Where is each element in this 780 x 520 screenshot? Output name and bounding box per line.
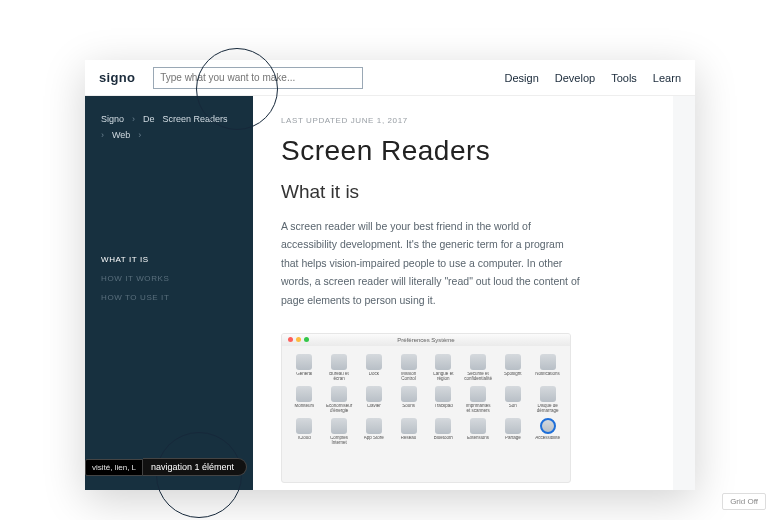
pref-pane-label: Réseau [401,436,417,441]
top-bar: signo Design Develop Tools Learn [85,60,695,96]
pref-pane-item[interactable]: Sécurité et confidentialité [464,354,493,382]
pref-pane-icon [435,354,451,370]
window-title: Préférences Système [282,337,570,343]
pref-pane-item[interactable]: Disque de démarrage [533,386,562,414]
pref-pane-icon [366,354,382,370]
breadcrumb: Signo › De Screen Readers › Web › [101,114,237,140]
pref-pane-label: Économiseur d'énergie [325,404,353,414]
pref-pane-item[interactable]: Langue et région [429,354,458,382]
nav-tools[interactable]: Tools [611,72,637,84]
section-heading: What it is [281,181,645,203]
pref-pane-icon [435,418,451,434]
pref-pane-item[interactable]: Spotlight [499,354,528,382]
pref-pane-icon [435,386,451,402]
pref-pane-item[interactable]: Réseau [394,418,423,446]
crumb-web[interactable]: Web [112,130,130,140]
pref-pane-item[interactable]: Imprimantes et scanners [464,386,493,414]
embedded-screenshot: Préférences Système GénéralBureau et écr… [281,333,571,483]
chevron-right-icon: › [138,130,141,140]
pref-pane-icon [470,354,486,370]
sr-caption-announcement: navigation 1 élément [143,458,247,476]
crumb-signo[interactable]: Signo [101,114,124,124]
pref-pane-label: Partage [505,436,521,441]
logo[interactable]: signo [99,70,135,85]
pref-pane-item[interactable]: Son [499,386,528,414]
intro-paragraph: A screen reader will be your best friend… [281,217,581,309]
pref-pane-label: Spotlight [504,372,522,377]
sr-caption-context: visité, lien, L [85,459,143,476]
pref-pane-item[interactable]: Trackpad [429,386,458,414]
pref-pane-label: Général [296,372,312,377]
pref-pane-label: Souris [402,404,415,409]
pref-pane-icon [296,386,312,402]
pref-pane-item[interactable]: Partage [499,418,528,446]
pref-pane-label: Notifications [535,372,560,377]
pref-pane-icon [470,418,486,434]
pref-pane-item[interactable]: Économiseur d'énergie [325,386,354,414]
pref-pane-icon [366,418,382,434]
chevron-right-icon: › [132,114,135,124]
crumb-screen-readers[interactable]: Screen Readers [163,114,228,124]
pref-pane-label: Extensions [467,436,489,441]
window-titlebar: Préférences Système [282,334,570,346]
pref-pane-label: Disque de démarrage [534,404,562,414]
pref-pane-icon [540,354,556,370]
last-updated: LAST UPDATED JUNE 1, 2017 [281,116,645,125]
primary-nav: Design Develop Tools Learn [505,72,681,84]
sidebar: Signo › De Screen Readers › Web › WHAT I… [85,96,253,490]
pref-pane-item[interactable]: Bureau et écran [325,354,354,382]
pref-pane-label: Bureau et écran [325,372,353,382]
toc-item-how-to-use-it[interactable]: HOW TO USE IT [101,288,237,307]
pref-pane-icon [505,354,521,370]
pref-pane-item[interactable]: Moniteurs [290,386,319,414]
pref-pane-icon [505,386,521,402]
crumb-de[interactable]: De [143,114,155,124]
pref-pane-icon [331,354,347,370]
pref-pane-item[interactable]: Accessibilité [533,418,562,446]
pref-pane-label: Trackpad [434,404,453,409]
pref-pane-item[interactable]: iCloud [290,418,319,446]
toc-item-how-it-works[interactable]: HOW IT WORKS [101,269,237,288]
pref-pane-icon [331,418,347,434]
pref-pane-item[interactable]: Comptes Internet [325,418,354,446]
nav-learn[interactable]: Learn [653,72,681,84]
pref-pane-icon [331,386,347,402]
pref-pane-item[interactable]: Souris [394,386,423,414]
pref-pane-label: Son [509,404,517,409]
nav-develop[interactable]: Develop [555,72,595,84]
pref-pane-label: Langue et région [429,372,457,382]
content-body: Signo › De Screen Readers › Web › WHAT I… [85,96,695,490]
table-of-contents: WHAT IT IS HOW IT WORKS HOW TO USE IT [101,250,237,308]
pref-pane-icon [401,354,417,370]
pref-pane-item[interactable]: Clavier [360,386,389,414]
pref-pane-item[interactable]: Bluetooth [429,418,458,446]
pref-pane-label: Accessibilité [535,436,560,441]
pref-pane-icon [470,386,486,402]
search-input[interactable] [160,72,356,83]
page-title: Screen Readers [281,135,645,167]
pref-pane-icon [401,418,417,434]
pref-pane-item[interactable]: Notifications [533,354,562,382]
chevron-right-icon: › [101,130,104,140]
pref-pane-item[interactable]: Extensions [464,418,493,446]
grid-toggle-button[interactable]: Grid Off [722,493,766,510]
pref-pane-label: Moniteurs [294,404,314,409]
pref-pane-icon [401,386,417,402]
pref-pane-item[interactable]: App Store [360,418,389,446]
search-box[interactable] [153,67,363,89]
pref-pane-label: App Store [364,436,384,441]
screen-reader-caption: visité, lien, L navigation 1 élément [85,458,247,476]
pref-pane-label: Imprimantes et scanners [464,404,492,414]
pref-pane-icon [296,418,312,434]
pref-pane-item[interactable]: Général [290,354,319,382]
nav-design[interactable]: Design [505,72,539,84]
pref-pane-icon [366,386,382,402]
pref-pane-item[interactable]: Mission Control [394,354,423,382]
pref-pane-item[interactable]: Dock [360,354,389,382]
pref-pane-icon [296,354,312,370]
pref-pane-icon [540,418,556,434]
pref-pane-label: Bluetooth [434,436,453,441]
pref-pane-icon [540,386,556,402]
pref-pane-label: Comptes Internet [325,436,353,446]
toc-item-what-it-is[interactable]: WHAT IT IS [101,250,237,269]
